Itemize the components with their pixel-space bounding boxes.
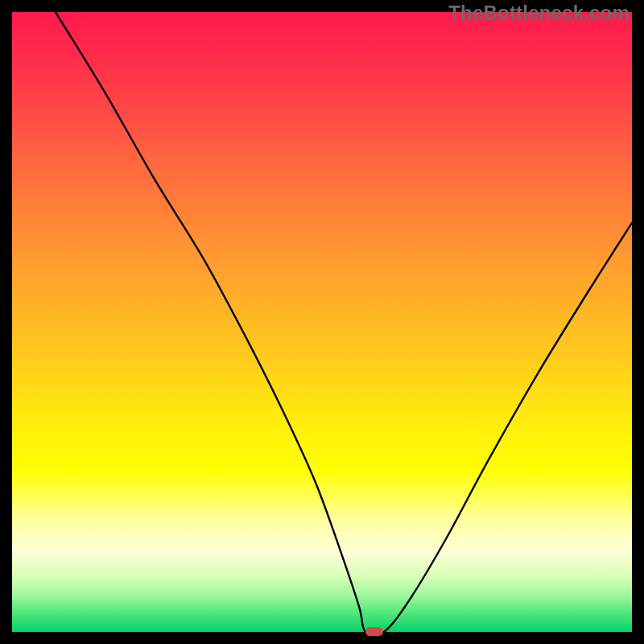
optimum-marker: [365, 627, 383, 636]
bottleneck-curve: [12, 12, 632, 632]
plot-area: [12, 12, 632, 632]
chart-frame: TheBottleneck.com: [0, 0, 644, 644]
watermark-text: TheBottleneck.com: [448, 2, 630, 24]
